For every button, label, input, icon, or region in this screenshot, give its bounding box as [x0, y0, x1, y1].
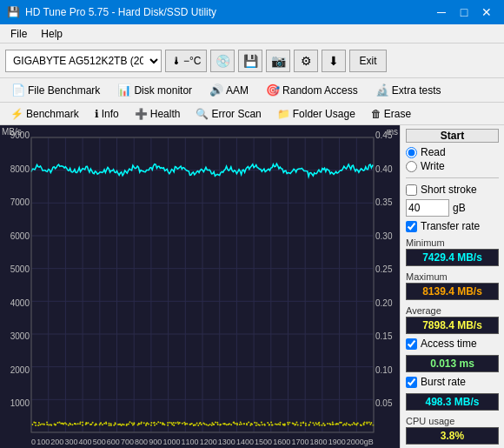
folder-usage-icon: 📁 — [277, 108, 290, 120]
tab-health-label: Health — [150, 108, 181, 120]
tab-benchmark-label: Benchmark — [26, 108, 79, 120]
title-bar: 💾 HD Tune Pro 5.75 - Hard Disk/SSD Utili… — [0, 0, 504, 24]
cpu-usage-section: CPU usage 3.8% — [406, 416, 499, 445]
tab-erase-label: Erase — [384, 108, 411, 120]
cpu-usage-label: CPU usage — [406, 416, 499, 426]
chart-x-axis: 0100200300400500600700800900100011001200… — [31, 432, 374, 448]
title-bar-left: 💾 HD Tune Pro 5.75 - Hard Disk/SSD Utili… — [7, 6, 216, 18]
short-stroke-input[interactable] — [406, 199, 449, 217]
random-access-icon: 🎯 — [266, 84, 280, 97]
exit-button[interactable]: Exit — [349, 50, 386, 72]
tab-disk-monitor[interactable]: 📊 Disk monitor — [109, 80, 200, 101]
info-icon: ℹ — [95, 108, 99, 120]
write-radio[interactable] — [406, 161, 417, 172]
burst-rate-section: 498.3 MB/s — [406, 393, 499, 411]
short-stroke-unit: gB — [453, 202, 466, 214]
extra-tests-icon: 🔬 — [375, 84, 389, 97]
access-time-checkbox[interactable] — [406, 338, 417, 350]
tab-erase[interactable]: 🗑 Erase — [364, 104, 418, 124]
cpu-usage-value: 3.8% — [406, 427, 499, 445]
benchmark-chart — [0, 125, 400, 448]
window-title: HD Tune Pro 5.75 - Hard Disk/SSD Utility — [25, 6, 216, 18]
access-time-checkbox-label[interactable]: Access time — [406, 338, 499, 350]
tab-folder-usage[interactable]: 📁 Folder Usage — [270, 104, 362, 124]
maximize-button[interactable]: □ — [454, 3, 474, 21]
health-icon: ➕ — [135, 108, 148, 120]
disk-icon-btn[interactable]: 💿 — [210, 50, 235, 72]
menu-help[interactable]: Help — [34, 26, 70, 42]
disk-monitor-icon: 📊 — [117, 84, 131, 97]
toolbar: GIGABYTE AG512K2TB (2000 gB) 🌡 −°C 💿 💾 📷… — [0, 43, 504, 78]
short-stroke-checkbox-label[interactable]: Short stroke — [406, 184, 499, 196]
transfer-rate-checkbox[interactable] — [406, 221, 417, 232]
chart-area: MB/s ms 90008000700060005000400030002000… — [0, 125, 400, 448]
error-scan-icon: 🔍 — [196, 108, 209, 120]
transfer-rate-checkbox-label[interactable]: Transfer rate — [406, 220, 499, 232]
menu-bar: File Help — [0, 24, 504, 43]
settings-icon-btn[interactable]: ⚙ — [294, 50, 318, 72]
chart-unit-right: ms — [387, 127, 398, 137]
benchmark-icon: ⚡ — [10, 108, 23, 120]
tab-health[interactable]: ➕ Health — [128, 104, 188, 124]
start-button[interactable]: Start — [406, 129, 499, 143]
tab-error-scan-label: Error Scan — [211, 108, 261, 120]
burst-rate-checkbox[interactable] — [406, 377, 417, 388]
tab-aam[interactable]: 🔊 AAM — [202, 80, 256, 101]
burst-rate-label: Burst rate — [421, 376, 466, 388]
read-write-group: Read Write — [406, 146, 499, 172]
main-content: MB/s ms 90008000700060005000400030002000… — [0, 125, 504, 448]
access-time-label: Access time — [421, 338, 477, 350]
tab-random-access-label: Random Access — [282, 84, 358, 97]
average-value: 7898.4 MB/s — [406, 317, 499, 334]
disk2-icon-btn[interactable]: 💾 — [238, 50, 262, 72]
close-button[interactable]: ✕ — [476, 3, 497, 21]
tab-benchmark[interactable]: ⚡ Benchmark — [3, 104, 86, 124]
write-radio-label[interactable]: Write — [406, 160, 499, 172]
temp-unit: −°C — [183, 55, 201, 67]
read-radio[interactable] — [406, 147, 417, 158]
nav-tabs: 📄 File Benchmark 📊 Disk monitor 🔊 AAM 🎯 … — [0, 78, 504, 103]
tab-folder-usage-label: Folder Usage — [293, 108, 355, 120]
tab-extra-tests-label: Extra tests — [392, 84, 441, 97]
menu-file[interactable]: File — [3, 26, 34, 42]
second-nav: ⚡ Benchmark ℹ Info ➕ Health 🔍 Error Scan… — [0, 103, 504, 125]
file-benchmark-icon: 📄 — [11, 84, 25, 97]
tab-error-scan[interactable]: 🔍 Error Scan — [189, 104, 268, 124]
access-time-section: 0.013 ms — [406, 355, 499, 372]
tab-info[interactable]: ℹ Info — [88, 104, 126, 124]
drive-select[interactable]: GIGABYTE AG512K2TB (2000 gB) — [5, 50, 162, 72]
temp-display: 🌡 −°C — [165, 50, 207, 72]
average-section: Average 7898.4 MB/s — [406, 305, 499, 334]
temp-icon: 🌡 — [171, 55, 182, 67]
spinbox-row: gB — [406, 199, 499, 217]
tab-file-benchmark-label: File Benchmark — [28, 84, 100, 97]
tab-extra-tests[interactable]: 🔬 Extra tests — [368, 80, 449, 101]
transfer-rate-label: Transfer rate — [421, 220, 480, 232]
maximum-label: Maximum — [406, 271, 499, 282]
write-label: Write — [421, 160, 445, 172]
tab-disk-monitor-label: Disk monitor — [134, 84, 192, 97]
tab-random-access[interactable]: 🎯 Random Access — [258, 80, 366, 101]
minimum-section: Minimum 7429.4 MB/s — [406, 237, 499, 266]
average-label: Average — [406, 305, 499, 316]
burst-rate-value: 498.3 MB/s — [406, 393, 499, 411]
burst-rate-checkbox-label[interactable]: Burst rate — [406, 376, 499, 388]
aam-icon: 🔊 — [209, 84, 223, 97]
read-label: Read — [421, 146, 446, 158]
tab-info-label: Info — [102, 108, 119, 120]
access-time-value: 0.013 ms — [406, 355, 499, 372]
minimize-button[interactable]: ─ — [431, 3, 452, 21]
tab-file-benchmark[interactable]: 📄 File Benchmark — [3, 80, 108, 101]
download-icon-btn[interactable]: ⬇ — [322, 50, 346, 72]
short-stroke-label: Short stroke — [421, 184, 477, 196]
read-radio-label[interactable]: Read — [406, 146, 499, 158]
short-stroke-checkbox[interactable] — [406, 184, 417, 196]
erase-icon: 🗑 — [371, 108, 381, 120]
minimum-label: Minimum — [406, 237, 499, 248]
tab-aam-label: AAM — [226, 84, 249, 97]
maximum-section: Maximum 8139.4 MB/s — [406, 271, 499, 300]
title-bar-controls: ─ □ ✕ — [431, 3, 497, 21]
chart-unit-left: MB/s — [2, 127, 22, 137]
minimum-value: 7429.4 MB/s — [406, 249, 499, 266]
camera-icon-btn[interactable]: 📷 — [266, 50, 290, 72]
